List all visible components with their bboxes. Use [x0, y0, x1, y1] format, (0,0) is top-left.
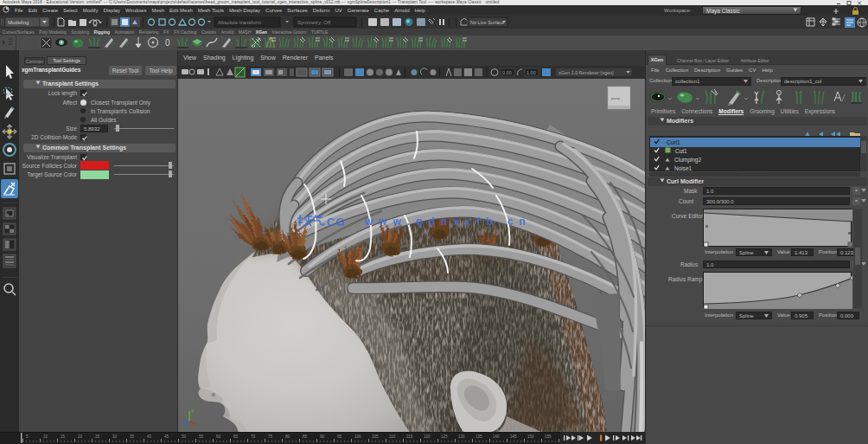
svg-text:Symmetry: Off: Symmetry: Off [297, 20, 331, 25]
svg-text:www.qdnxxfb.cn: www.qdnxxfb.cn [364, 216, 532, 228]
svg-text:95: 95 [337, 434, 342, 439]
svg-text:10: 10 [43, 434, 48, 439]
svg-text:25: 25 [95, 434, 100, 439]
svg-text:155: 155 [545, 434, 552, 439]
svg-text:145: 145 [510, 434, 517, 439]
svg-text:20: 20 [78, 434, 83, 439]
svg-text:70: 70 [251, 434, 256, 439]
svg-text:105: 105 [372, 434, 379, 439]
svg-text:35: 35 [130, 434, 135, 439]
svg-text:90: 90 [320, 434, 325, 439]
svg-text:100: 100 [354, 434, 361, 439]
svg-text:65: 65 [233, 434, 239, 439]
svg-text:0.00: 0.00 [502, 70, 512, 75]
svg-text:30: 30 [112, 434, 118, 439]
svg-text:CG: CG [327, 216, 346, 228]
svg-text:Modeling: Modeling [8, 20, 29, 25]
svg-text:0: 0 [165, 38, 170, 48]
svg-text:125: 125 [441, 434, 448, 439]
svg-text:persp: persp [611, 96, 621, 100]
svg-text:110: 110 [389, 434, 396, 439]
svg-text:50: 50 [182, 434, 187, 439]
svg-text:85: 85 [303, 434, 308, 439]
svg-text:45: 45 [164, 434, 169, 439]
svg-text:No Live Surface: No Live Surface [470, 20, 504, 25]
svg-text:60: 60 [216, 434, 221, 439]
svg-text:150: 150 [527, 434, 534, 439]
svg-text:xGen 1.0 Renderer (xgen): xGen 1.0 Renderer (xgen) [558, 70, 614, 75]
svg-text:120: 120 [424, 434, 431, 439]
svg-text:135: 135 [475, 434, 482, 439]
svg-text:1.00: 1.00 [527, 70, 536, 75]
svg-text:140: 140 [493, 434, 500, 439]
svg-text:130: 130 [458, 434, 465, 439]
svg-text:40: 40 [147, 434, 152, 439]
svg-text:15: 15 [61, 434, 66, 439]
svg-text:55: 55 [199, 434, 204, 439]
svg-text:75: 75 [268, 434, 273, 439]
svg-text:115: 115 [406, 434, 413, 439]
svg-text:y: y [191, 408, 194, 413]
svg-text:Absolute transform: Absolute transform [218, 20, 261, 25]
svg-text:80: 80 [285, 434, 290, 439]
